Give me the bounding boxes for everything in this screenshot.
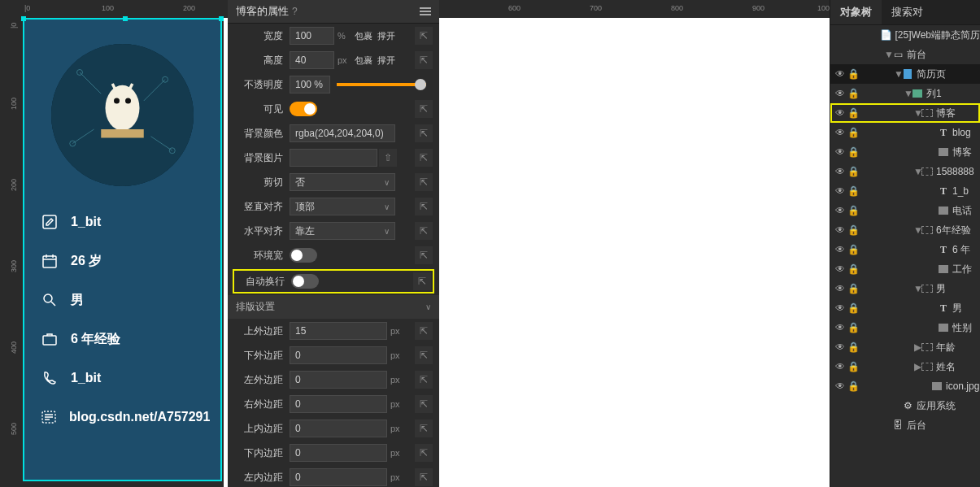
halign-select[interactable]: 靠左∨ bbox=[290, 222, 395, 240]
visibility-icon[interactable]: 👁 bbox=[834, 322, 847, 333]
pl-input[interactable] bbox=[290, 468, 387, 486]
visibility-icon[interactable]: 👁 bbox=[834, 107, 847, 119]
tree-node[interactable]: 👁🔒▶年龄 bbox=[830, 337, 980, 357]
visibility-icon[interactable]: 👁 bbox=[834, 244, 847, 255]
layout-section-header[interactable]: 排版设置∨ bbox=[228, 295, 439, 319]
lock-icon[interactable]: 🔒 bbox=[847, 244, 860, 255]
tree-node[interactable]: 👁🔒T6 年 bbox=[830, 240, 980, 259]
tree-node[interactable]: 👁🔒T1_b bbox=[830, 181, 980, 201]
tree-node[interactable]: 👁🔒▼6年经验 bbox=[830, 220, 980, 240]
link-icon[interactable]: ⇱ bbox=[415, 222, 433, 240]
lock-icon[interactable]: 🔒 bbox=[847, 322, 860, 333]
link-icon[interactable]: ⇱ bbox=[415, 173, 433, 191]
lock-icon[interactable]: 🔒 bbox=[847, 263, 860, 275]
link-icon[interactable]: ⇱ bbox=[415, 51, 433, 69]
tree-node[interactable]: 👁🔒▼博客 bbox=[830, 103, 980, 123]
selected-element-sidebar[interactable]: 1_bit 26 岁 男 6 年经验 1_bit blog.csdn.net/A… bbox=[23, 18, 222, 481]
lock-icon[interactable]: 🔒 bbox=[847, 224, 860, 236]
tree-node[interactable]: 👁🔒性别 bbox=[830, 318, 980, 337]
avatar bbox=[51, 44, 194, 186]
tree-node[interactable]: ▼▭前台 bbox=[830, 45, 980, 64]
tree-body[interactable]: 📄[25]Web端静态简历▼▭前台👁🔒▼简历页👁🔒▼列1👁🔒▼博客👁🔒Tblog… bbox=[830, 25, 980, 435]
visibility-icon[interactable]: 👁 bbox=[834, 146, 847, 158]
bgimg-input[interactable] bbox=[290, 149, 377, 167]
tab-search[interactable]: 搜索对 bbox=[882, 0, 933, 24]
link-icon[interactable]: ⇱ bbox=[415, 149, 433, 167]
lock-icon[interactable]: 🔒 bbox=[847, 283, 860, 294]
tree-node[interactable]: 🗄后台 bbox=[830, 415, 980, 435]
visibility-icon[interactable]: 👁 bbox=[834, 127, 847, 138]
lock-icon[interactable]: 🔒 bbox=[847, 380, 860, 392]
ml-input[interactable] bbox=[290, 371, 387, 389]
tree-node-label: 1_b bbox=[952, 185, 969, 197]
link-icon[interactable]: ⇱ bbox=[415, 27, 433, 45]
tree-node[interactable]: 👁🔒icon.jpg bbox=[830, 376, 980, 396]
blog-value: blog.csdn.net/A757291 bbox=[69, 410, 210, 424]
opacity-input[interactable] bbox=[290, 76, 330, 93]
svg-rect-12 bbox=[43, 336, 56, 345]
calendar-icon bbox=[41, 252, 59, 270]
clip-select[interactable]: 否∨ bbox=[290, 173, 395, 191]
lock-icon[interactable]: 🔒 bbox=[847, 302, 860, 314]
bgcolor-input[interactable] bbox=[290, 124, 395, 142]
visibility-icon[interactable]: 👁 bbox=[834, 380, 847, 392]
tree-node[interactable]: 📄[25]Web端静态简历 bbox=[830, 25, 980, 45]
autowrap-toggle[interactable] bbox=[291, 274, 319, 289]
tree-node[interactable]: 👁🔒▼列1 bbox=[830, 84, 980, 103]
env-toggle[interactable] bbox=[290, 248, 317, 263]
tree-node[interactable]: 👁🔒T男 bbox=[830, 298, 980, 318]
visibility-icon[interactable]: 👁 bbox=[834, 88, 847, 99]
tree-node[interactable]: 👁🔒Tblog bbox=[830, 123, 980, 142]
visibility-icon[interactable]: 👁 bbox=[834, 263, 847, 275]
link-icon[interactable]: ⇱ bbox=[415, 100, 433, 118]
visibility-icon[interactable]: 👁 bbox=[834, 224, 847, 236]
visibility-icon[interactable]: 👁 bbox=[834, 302, 847, 314]
valign-select[interactable]: 顶部∨ bbox=[290, 198, 395, 215]
tab-object-tree[interactable]: 对象树 bbox=[830, 0, 882, 24]
mr-input[interactable] bbox=[290, 395, 387, 413]
pt-input[interactable] bbox=[290, 420, 387, 437]
tree-node[interactable]: ⚙应用系统 bbox=[830, 396, 980, 415]
height-input[interactable] bbox=[290, 51, 334, 69]
tree-node[interactable]: 👁🔒▼1588888 bbox=[830, 162, 980, 181]
tree-node[interactable]: 👁🔒工作 bbox=[830, 259, 980, 279]
tree-node[interactable]: 👁🔒博客 bbox=[830, 142, 980, 162]
mt-input[interactable] bbox=[290, 322, 387, 340]
link-icon[interactable]: ⇱ bbox=[413, 272, 431, 290]
lock-icon[interactable]: 🔒 bbox=[847, 166, 860, 177]
visibility-icon[interactable]: 👁 bbox=[834, 166, 847, 177]
visibility-icon[interactable]: 👁 bbox=[834, 361, 847, 372]
visibility-icon[interactable]: 👁 bbox=[834, 68, 847, 80]
prop-height: 高度 px 包裹 撑开 ⇱ bbox=[228, 48, 439, 72]
lock-icon[interactable]: 🔒 bbox=[847, 146, 860, 158]
lock-icon[interactable]: 🔒 bbox=[847, 185, 860, 197]
lock-icon[interactable]: 🔒 bbox=[847, 127, 860, 138]
pb-input[interactable] bbox=[290, 444, 387, 462]
visibility-icon[interactable]: 👁 bbox=[834, 283, 847, 294]
help-icon[interactable]: ? bbox=[292, 6, 298, 17]
visible-toggle[interactable] bbox=[290, 102, 317, 116]
link-icon[interactable]: ⇱ bbox=[415, 198, 433, 215]
lock-icon[interactable]: 🔒 bbox=[847, 341, 860, 353]
link-icon[interactable]: ⇱ bbox=[415, 124, 433, 142]
visibility-icon[interactable]: 👁 bbox=[834, 185, 847, 197]
lock-icon[interactable]: 🔒 bbox=[847, 361, 860, 372]
lock-icon[interactable]: 🔒 bbox=[847, 107, 860, 119]
tree-node[interactable]: 👁🔒电话 bbox=[830, 201, 980, 220]
width-input[interactable] bbox=[290, 27, 334, 45]
link-icon[interactable]: ⇱ bbox=[415, 246, 433, 264]
lock-icon[interactable]: 🔒 bbox=[847, 88, 860, 99]
menu-icon[interactable] bbox=[420, 7, 431, 15]
opacity-slider[interactable] bbox=[337, 83, 426, 86]
visibility-icon[interactable]: 👁 bbox=[834, 205, 847, 216]
tree-node[interactable]: 👁🔒▼简历页 bbox=[830, 64, 980, 84]
tree-node[interactable]: 👁🔒▼男 bbox=[830, 279, 980, 298]
svg-point-6 bbox=[114, 98, 120, 104]
visibility-icon[interactable]: 👁 bbox=[834, 341, 847, 353]
tree-node[interactable]: 👁🔒▶姓名 bbox=[830, 357, 980, 376]
mb-input[interactable] bbox=[290, 346, 387, 364]
lock-icon[interactable]: 🔒 bbox=[847, 205, 860, 216]
prop-clip: 剪切 否∨ ⇱ bbox=[228, 170, 439, 194]
lock-icon[interactable]: 🔒 bbox=[847, 68, 860, 80]
upload-icon[interactable]: ⇧ bbox=[379, 149, 397, 167]
